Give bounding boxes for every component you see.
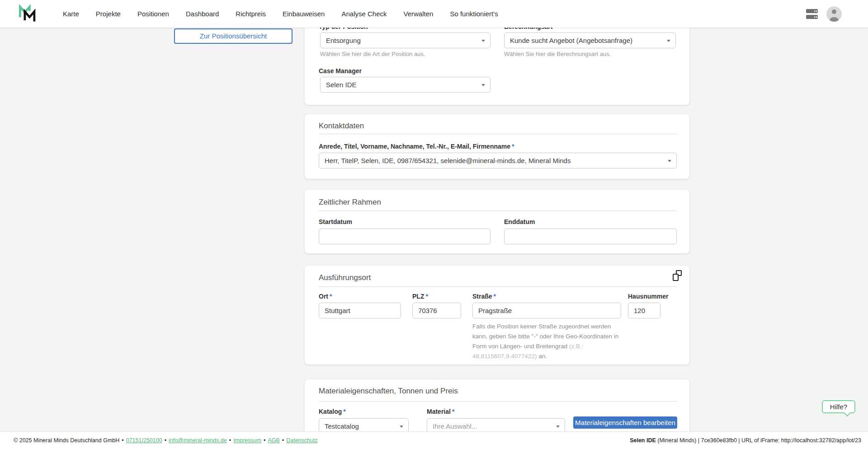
- location-title: Ausführungsort: [319, 273, 371, 282]
- copy-icon-front: [673, 274, 679, 281]
- contact-value: Herr, TitelP, Selen, IDE, 0987/654321, s…: [325, 157, 571, 164]
- nav-item-karte[interactable]: Karte: [63, 10, 79, 18]
- footer-copyright: © 2025 Mineral Minds Deutschland GmbH: [14, 437, 119, 444]
- zip-label: PLZ*: [412, 293, 428, 300]
- footer-separator: •: [165, 437, 166, 444]
- back-to-positions-button[interactable]: Zur Positionsübersicht: [174, 28, 292, 44]
- catalog-value: Testcatalog: [325, 422, 359, 430]
- footer-impressum-link[interactable]: Impressum: [233, 437, 261, 444]
- contact-title: Kontaktdaten: [319, 122, 364, 131]
- housenumber-label: Hausnummer: [628, 293, 668, 300]
- startdate-input[interactable]: [319, 229, 491, 244]
- footer-separator: •: [282, 437, 284, 444]
- city-input[interactable]: [319, 303, 401, 318]
- nav-item-so-funktionierts[interactable]: So funktioniert's: [450, 10, 498, 18]
- top-nav: Karte Projekte Positionen Dashboard Rich…: [0, 0, 868, 28]
- position-type-value: Entsorgung: [326, 37, 361, 44]
- nav-right-icons: [805, 0, 842, 28]
- card-location: Ausführungsort Ort* PLZ* Straße* Hausnum…: [305, 266, 689, 365]
- contact-select[interactable]: Herr, TitelP, Selen, IDE, 0987/654321, s…: [319, 153, 677, 168]
- card-contact: Kontaktdaten Anrede, Titel, Vorname, Nac…: [305, 114, 689, 179]
- footer-session-info: Selen IDE (Mineral Minds) | 7ce360e83fb0…: [630, 437, 861, 444]
- footer-bar: © 2025 Mineral Minds Deutschland GmbH • …: [0, 431, 868, 449]
- material-placeholder: Ihre Auswahl...: [433, 422, 477, 430]
- mineral-minds-logo-icon[interactable]: [17, 4, 38, 23]
- case-manager-value: Selen IDE: [326, 81, 357, 89]
- contact-divider: [319, 134, 677, 134]
- server-stack-icon[interactable]: [805, 7, 819, 21]
- location-divider: [319, 286, 677, 287]
- footer-agb-link[interactable]: AGB: [268, 437, 279, 444]
- card-timeframe: Zeitlicher Rahmen Startdatum Enddatum: [305, 190, 689, 253]
- edit-material-properties-button[interactable]: Materialeigenschaften bearbeiten: [573, 416, 677, 429]
- calculation-type-value: Kunde sucht Angebot (Angebotsanfrage): [510, 37, 632, 44]
- footer-left: © 2025 Mineral Minds Deutschland GmbH • …: [14, 437, 318, 444]
- timeframe-title: Zeitlicher Rahmen: [319, 198, 381, 207]
- help-bubble-tail: [844, 410, 850, 416]
- contact-label: Anrede, Titel, Vorname, Nachname, Tel.-N…: [319, 143, 514, 150]
- timeframe-divider: [319, 210, 677, 211]
- user-avatar-button[interactable]: [826, 6, 842, 22]
- enddate-input[interactable]: [504, 229, 677, 244]
- catalog-label: Katalog*: [319, 408, 346, 415]
- zip-input[interactable]: [412, 303, 461, 318]
- case-manager-select[interactable]: Selen IDE: [320, 77, 491, 93]
- housenumber-input[interactable]: [628, 303, 660, 318]
- position-type-select[interactable]: Entsorgung: [320, 33, 491, 48]
- nav-item-analyse-check[interactable]: Analyse Check: [341, 10, 387, 18]
- position-type-helper: Wählen Sie hier die Art der Position aus…: [320, 51, 425, 57]
- footer-datenschutz-link[interactable]: Datenschutz: [286, 437, 317, 444]
- nav-item-einbauweisen[interactable]: Einbauweisen: [283, 10, 325, 18]
- help-button[interactable]: Hilfe?: [822, 400, 855, 413]
- nav-item-verwalten[interactable]: Verwalten: [404, 10, 434, 18]
- street-helper-text: Falls die Position keiner Straße zugeord…: [472, 322, 624, 361]
- help-button-label: Hilfe?: [830, 403, 847, 411]
- city-label: Ort*: [319, 293, 332, 300]
- avatar-person-icon: [832, 9, 836, 14]
- nav-item-positionen[interactable]: Positionen: [137, 10, 169, 18]
- footer-separator: •: [264, 437, 265, 444]
- material-label: Material*: [427, 408, 454, 415]
- case-manager-label: Case Manager: [319, 67, 362, 75]
- footer-phone-link[interactable]: 07151/250100: [126, 437, 162, 444]
- footer-session-user: Selen IDE: [630, 437, 656, 444]
- street-label: Straße*: [472, 293, 496, 300]
- material-title: Materialeigenschaften, Tonnen und Preis: [319, 387, 458, 396]
- startdate-label: Startdatum: [319, 218, 352, 225]
- footer-email-link[interactable]: info@mineral-minds.de: [169, 437, 227, 444]
- calculation-type-select[interactable]: Kunde sucht Angebot (Angebotsanfrage): [504, 33, 676, 48]
- nav-item-projekte[interactable]: Projekte: [96, 10, 121, 18]
- material-divider: [319, 401, 677, 402]
- nav-item-dashboard[interactable]: Dashboard: [186, 10, 219, 18]
- page-root: Typ der Position* Berechnungsart* Entsor…: [0, 0, 868, 449]
- enddate-label: Enddatum: [504, 218, 535, 225]
- footer-separator: •: [122, 437, 123, 444]
- calculation-type-helper: Wählen Sie hier die Berechnungsart aus.: [504, 51, 611, 57]
- nav-item-richtpreis[interactable]: Richtpreis: [236, 10, 266, 18]
- avatar-person-body: [830, 17, 839, 22]
- footer-separator: •: [229, 437, 231, 444]
- copy-location-icon[interactable]: [672, 270, 683, 281]
- nav-menu: Karte Projekte Positionen Dashboard Rich…: [63, 10, 498, 18]
- street-input[interactable]: [472, 303, 621, 318]
- footer-session-detail: (Mineral Minds) | 7ce360e83fb0 | URL of …: [656, 437, 861, 444]
